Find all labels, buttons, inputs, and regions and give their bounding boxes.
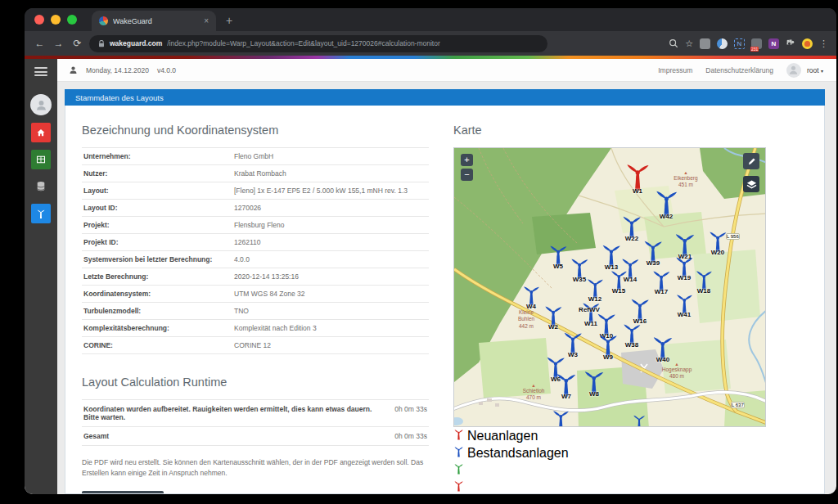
turbine-label: W7 [561, 393, 571, 400]
new-tab-button[interactable]: + [226, 16, 232, 25]
user-icon [69, 65, 78, 74]
extension-pie-icon[interactable] [717, 38, 728, 49]
peak-label: KleineBuhlen442 m [518, 309, 534, 330]
turbine-label: W3 [568, 351, 578, 358]
road-badge: L 956 [726, 233, 740, 240]
map-edit-button[interactable] [743, 153, 759, 169]
url-path: /index.php?module=Warp_Layout&action=Edi… [167, 39, 440, 47]
app-main: Monday, 14.12.2020 v4.0.0 Impressum Date… [57, 59, 836, 494]
peak-icon: ▲ [674, 171, 697, 175]
turbine-label: W42 [660, 213, 673, 220]
map-legend: NeuanlagenBestandsanlagenReferenzwindver… [453, 427, 806, 494]
window-controls [25, 15, 83, 31]
extensions-puzzle-icon[interactable] [786, 38, 795, 48]
reload-icon[interactable]: ⟳ [70, 38, 84, 49]
extension-badged-icon[interactable]: 231 [751, 38, 762, 49]
peak-icon: ▲ [523, 384, 545, 388]
detail-row: Layout: [Fleno] 1x E-147 EP5 E2 / 5.000 … [82, 182, 429, 199]
sidebar-item-tables[interactable] [31, 150, 51, 169]
detail-row: Komplexitätsberechnung: Komplexität nach… [82, 319, 429, 336]
refwv-label: RefWV [579, 306, 600, 313]
legend-turbine-icon [453, 444, 464, 461]
bookmark-star-icon[interactable]: ☆ [685, 38, 693, 49]
chrome-menu-icon[interactable]: ⋮ [819, 38, 828, 49]
detail-row: Layout ID: 1270026 [82, 199, 429, 216]
tab-close-icon[interactable]: × [204, 17, 209, 25]
turbine-marker[interactable] [551, 407, 571, 427]
profile-avatar-icon[interactable] [802, 38, 813, 49]
road-badge: L 637 [731, 402, 745, 408]
map-layers-button[interactable] [743, 176, 759, 192]
browser-titlebar: WakeGuard × + [25, 8, 836, 31]
tab-title: WakeGuard [113, 17, 199, 25]
detail-row: Projekt ID: 1262110 [82, 233, 429, 250]
legend-item: Neuanlagen [453, 427, 806, 444]
detail-row: Turbulenzmodell: TNO [82, 302, 429, 319]
legend-item [453, 479, 806, 494]
create-pdf-button[interactable]: Ergebnis PDF erstellen [82, 491, 164, 494]
wind-turbine-icon [35, 208, 47, 219]
layers-icon [746, 179, 757, 190]
link-datenschutz[interactable]: Datenschutzerklärung [705, 66, 773, 74]
search-zoom-icon[interactable] [669, 38, 678, 48]
extension-n-dashed-icon[interactable]: N [734, 38, 745, 49]
extension-squares-icon[interactable] [700, 38, 710, 49]
extension-onenote-icon[interactable]: N [768, 38, 779, 49]
runtime-row: Gesamt 0h 0m 33s [82, 426, 429, 445]
detail-row: Unternehmen: Fleno GmbH [82, 147, 429, 164]
avatar[interactable] [786, 63, 801, 78]
header-right: Impressum Datenschutzerklärung root ▾ [658, 63, 823, 78]
turbine-label: W41 [678, 311, 691, 318]
page-content: Stammdaten des Layouts Bezeichnung und K… [57, 82, 836, 494]
turbine-label: W19 [678, 274, 691, 281]
turbine-label: W9 [603, 353, 613, 361]
detail-row: Koordinatensystem: UTM WGS 84 Zone 32 [82, 285, 429, 302]
app-header: Monday, 14.12.2020 v4.0.0 Impressum Date… [57, 59, 836, 82]
user-icon [35, 99, 47, 111]
legend-item: Bestandsanlagen [453, 444, 806, 461]
sidebar-item-database[interactable] [31, 177, 51, 196]
link-impressum[interactable]: Impressum [658, 66, 692, 74]
minimize-window-button[interactable] [51, 15, 61, 25]
forward-icon[interactable]: → [52, 38, 65, 49]
zoom-window-button[interactable] [67, 15, 77, 25]
details-heading: Bezeichnung und Koordinatensystem [82, 124, 429, 137]
runtime-table: Koordinaten wurden aufbereitet. Rauigkei… [82, 399, 429, 446]
card-title: Stammdaten des Layouts [65, 89, 825, 106]
card-body: Bezeichnung und Koordinatensystem Untern… [65, 106, 825, 494]
detail-row: Systemversion bei letzter Berechnung: 4.… [82, 250, 429, 268]
map-heading: Karte [453, 124, 806, 137]
turbine-label: W20 [711, 249, 724, 256]
sidebar-item-home[interactable] [31, 123, 51, 142]
map-zoom-out-button[interactable]: − [461, 169, 473, 181]
address-bar[interactable]: wakeguard.com /index.php?module=Warp_Lay… [89, 35, 547, 52]
details-column: Bezeichnung und Koordinatensystem Untern… [82, 119, 429, 493]
chevron-down-icon: ▾ [821, 69, 823, 74]
turbine-marker[interactable] [632, 412, 647, 427]
close-window-button[interactable] [34, 15, 44, 25]
map[interactable]: W1W42W22W21W20W5W13W39W35W14W19W15W17W18… [453, 147, 766, 427]
runtime-section: Layout Calculation Runtime Koordinaten w… [82, 376, 429, 446]
turbine-label: W38 [625, 341, 638, 349]
pencil-icon [747, 157, 756, 166]
turbine-label: W8 [589, 390, 599, 398]
peak-label: ▲Eikenberg451 m [674, 171, 697, 189]
back-icon[interactable]: ← [33, 38, 47, 49]
browser-tab[interactable]: WakeGuard × [92, 11, 216, 31]
url-domain: wakeguard.com [110, 39, 162, 47]
header-date: Monday, 14.12.2020 [86, 66, 149, 74]
menu-hamburger-icon[interactable] [34, 67, 47, 76]
app-viewport: Monday, 14.12.2020 v4.0.0 Impressum Date… [25, 59, 836, 494]
detail-row: Nutzer: Krabat Rombach [82, 164, 429, 182]
map-zoom-in-button[interactable]: + [461, 154, 473, 166]
database-icon [36, 181, 46, 192]
sidebar-item-windfarm[interactable] [31, 204, 51, 223]
lock-icon [98, 40, 105, 47]
turbine-label: W1 [633, 187, 642, 195]
user-icon [788, 65, 799, 75]
home-icon [36, 128, 46, 137]
toolbar-icons: ☆ N 231 N ⋮ [669, 38, 828, 49]
sidebar-avatar[interactable] [30, 94, 52, 115]
user-menu[interactable]: root ▾ [807, 66, 823, 74]
turbine-label: W2 [548, 323, 558, 331]
